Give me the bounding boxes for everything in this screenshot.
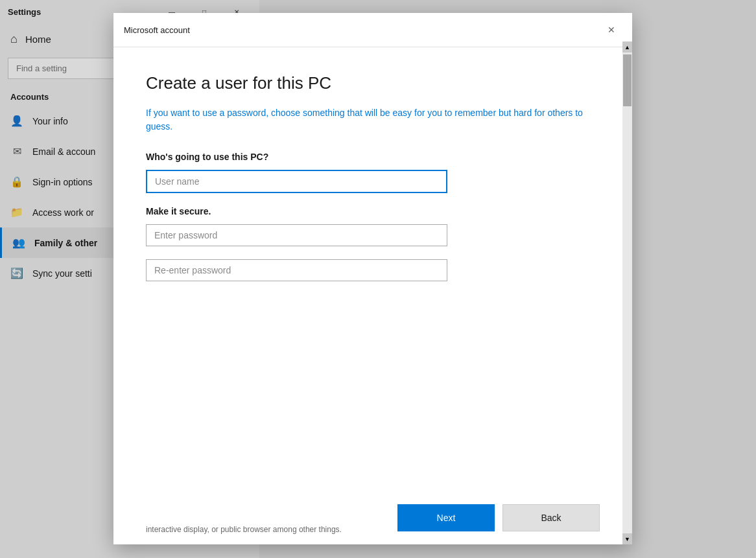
dialog-title: Microsoft account bbox=[124, 25, 190, 35]
dialog-footer: Next Back bbox=[113, 491, 632, 544]
make-secure-label: Make it secure. bbox=[146, 206, 600, 216]
scrollbar-down-button[interactable]: ▼ bbox=[622, 533, 632, 544]
scrollbar-up-button[interactable]: ▲ bbox=[622, 41, 632, 52]
dialog-scrollbar: ▲ ▼ bbox=[622, 41, 632, 544]
microsoft-account-dialog: Microsoft account ✕ ▲ ▼ Create a user fo… bbox=[113, 13, 632, 544]
dialog-heading: Create a user for this PC bbox=[146, 73, 600, 93]
who-label: Who's going to use this PC? bbox=[146, 152, 600, 162]
dialog-description: If you want to use a password, choose so… bbox=[146, 106, 587, 134]
dialog-body: Create a user for this PC If you want to… bbox=[113, 47, 632, 491]
username-input[interactable] bbox=[146, 170, 447, 193]
dialog-close-button[interactable]: ✕ bbox=[601, 19, 622, 40]
password-input[interactable] bbox=[146, 224, 447, 246]
reenter-password-input[interactable] bbox=[146, 259, 447, 281]
scrollbar-track bbox=[622, 52, 632, 544]
scrollbar-thumb[interactable] bbox=[623, 54, 632, 106]
dialog-titlebar: Microsoft account ✕ bbox=[113, 13, 632, 47]
bottom-text: interactive display, or public browser a… bbox=[146, 525, 613, 534]
